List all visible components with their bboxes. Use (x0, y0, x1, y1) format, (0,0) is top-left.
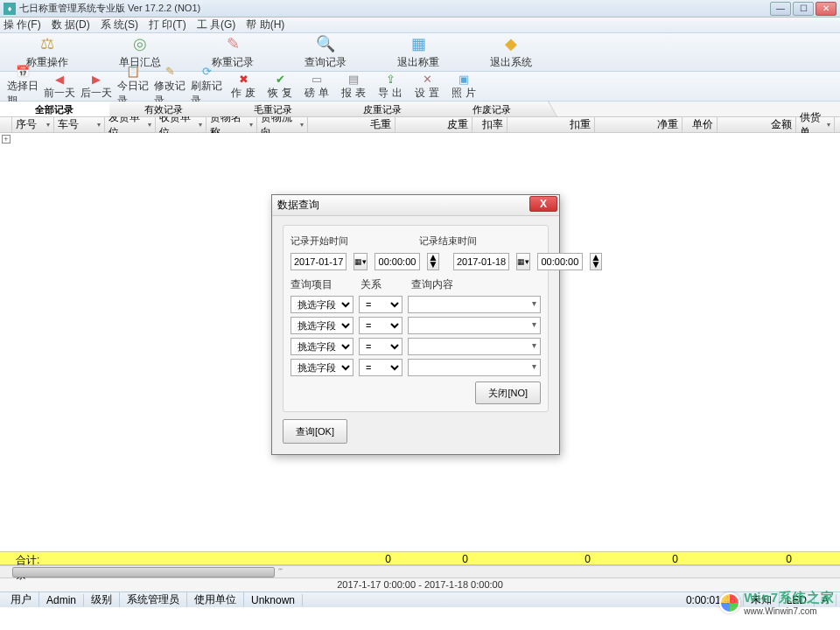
tab[interactable]: 作废记录 (438, 102, 547, 116)
start-time-label: 记录开始时间 (290, 235, 348, 246)
toolbar-icon: ▦ (409, 34, 428, 53)
menu-item[interactable]: 帮 助(H) (246, 18, 284, 32)
query-relation-select[interactable]: = (359, 296, 402, 313)
watermark-url: www.Winwin7.com (744, 606, 835, 616)
column-header[interactable]: 毛重 (308, 117, 396, 132)
column-header[interactable]: 货物流向▾ (257, 117, 308, 132)
start-date-input[interactable] (290, 253, 346, 270)
column-header[interactable]: 单价 (682, 117, 718, 132)
menu-item[interactable]: 工 具(G) (197, 18, 236, 32)
toolbar-button[interactable]: ◆退出系统 (490, 34, 532, 70)
column-header[interactable]: 收货单位▾ (156, 117, 206, 132)
dialog-titlebar[interactable]: 数据查询 X (272, 195, 559, 216)
subtoolbar-button[interactable]: ◀前一天 (44, 72, 75, 101)
start-time-spinner[interactable]: ▲▼ (427, 253, 439, 270)
query-field-select[interactable]: 挑选字段 (290, 296, 354, 313)
horizontal-scrollbar[interactable]: ‴ (0, 565, 840, 578)
status-led: LED (780, 594, 815, 606)
toolbar-button[interactable]: 🔍查询记录 (304, 34, 346, 70)
totals-cell: 0 (508, 552, 595, 564)
end-time-spinner[interactable]: ▲▼ (590, 253, 602, 270)
column-header[interactable]: 供货单▾ (796, 117, 835, 132)
query-dialog: 数据查询 X 记录开始时间 记录结束时间 ▦▾ ▲▼ ▦▾ (271, 194, 560, 455)
status-a: A (815, 594, 836, 606)
subtoolbar-icon: ⇪ (383, 72, 397, 86)
subtoolbar-icon: ✔ (273, 72, 287, 86)
query-field-select[interactable]: 挑选字段 (290, 317, 354, 334)
menu-item[interactable]: 数 据(D) (52, 18, 90, 32)
subtoolbar-icon: ▤ (346, 72, 360, 86)
column-header[interactable]: 金额 (718, 117, 796, 132)
expand-icon[interactable]: + (2, 135, 10, 144)
totals-cell (105, 552, 156, 564)
query-field-select[interactable]: 挑选字段 (290, 338, 354, 355)
sub-toolbar: 📅选择日期◀前一天▶后一天📋今日记录✎修改记录⟳刷新记录✖作 废✔恢 复▭磅 单… (0, 72, 840, 102)
column-relation-label: 关系 (360, 277, 404, 292)
column-header[interactable]: 序号▾ (12, 117, 54, 132)
column-header[interactable]: 车号▾ (54, 117, 105, 132)
menu-item[interactable]: 打 印(T) (149, 18, 186, 32)
query-content-combo[interactable] (408, 338, 541, 355)
end-date-input[interactable] (453, 253, 509, 270)
column-header[interactable]: 发货单位▾ (105, 117, 156, 132)
start-time-input[interactable] (374, 253, 420, 270)
tab[interactable]: 全部记录 (0, 102, 109, 116)
subtoolbar-icon: 📅 (16, 65, 30, 79)
subtoolbar-icon: ✖ (236, 72, 250, 86)
status-unit-label: 使用单位 (187, 592, 244, 607)
totals-cell (796, 552, 835, 564)
totals-cell (257, 552, 308, 564)
column-header[interactable]: 扣率 (472, 117, 508, 132)
start-date-picker-icon[interactable]: ▦▾ (354, 253, 368, 270)
menu-item[interactable]: 操 作(F) (4, 18, 41, 32)
end-time-input[interactable] (537, 253, 583, 270)
subtoolbar-button[interactable]: ▤报 表 (338, 72, 369, 101)
dialog-query-ok-button[interactable]: 查询[OK] (283, 419, 347, 444)
date-range-label: 2017-1-17 0:00:00 - 2017-1-18 0:00:00 (0, 578, 840, 592)
subtoolbar-button[interactable]: ✔恢 复 (264, 72, 296, 101)
dialog-close-button[interactable]: X (529, 196, 557, 212)
query-relation-select[interactable]: = (359, 317, 402, 334)
subtoolbar-button[interactable]: ▣照 片 (448, 72, 480, 101)
status-user-label: 用户 (4, 592, 39, 607)
maximize-button[interactable]: ☐ (793, 2, 814, 16)
column-header[interactable]: 皮重 (396, 117, 472, 132)
column-header[interactable]: 扣重 (508, 117, 595, 132)
subtoolbar-button[interactable]: ⇪导 出 (374, 72, 406, 101)
query-content-combo[interactable] (408, 359, 541, 376)
query-content-combo[interactable] (408, 296, 541, 313)
toolbar-button[interactable]: ▦退出称重 (397, 34, 439, 70)
menu-item[interactable]: 系 统(S) (101, 18, 138, 32)
dialog-close-no-button[interactable]: 关闭[NO] (475, 382, 541, 404)
subtoolbar-icon: ▭ (310, 72, 324, 86)
minimize-button[interactable]: — (770, 2, 791, 16)
subtoolbar-button[interactable]: ✖作 废 (228, 72, 259, 101)
totals-cell: 合计: 条 (12, 552, 54, 564)
totals-cell (156, 552, 206, 564)
status-user: Admin (39, 594, 84, 606)
subtoolbar-button[interactable]: ▭磅 单 (301, 72, 332, 101)
subtoolbar-button[interactable]: ▶后一天 (80, 72, 112, 101)
totals-cell: 0 (595, 552, 682, 564)
tab[interactable]: 有效记录 (109, 102, 219, 116)
query-content-combo[interactable] (408, 317, 541, 334)
toolbar-label: 查询记录 (304, 55, 346, 70)
subtoolbar-button[interactable]: ✕设 置 (411, 72, 443, 101)
end-date-picker-icon[interactable]: ▦▾ (516, 253, 530, 270)
subtoolbar-label: 照 片 (452, 86, 475, 101)
query-field-select[interactable]: 挑选字段 (290, 359, 354, 376)
column-header[interactable]: 货物名称▾ (206, 117, 257, 132)
query-relation-select[interactable]: = (359, 359, 402, 376)
column-header[interactable]: 净重 (595, 117, 682, 132)
totals-cell (54, 552, 105, 564)
tab[interactable]: 皮重记录 (328, 102, 438, 116)
app-icon: ♦ (4, 3, 16, 15)
scrollbar-thumb[interactable] (12, 567, 275, 578)
subtoolbar-label: 后一天 (80, 86, 112, 101)
tab[interactable]: 毛重记录 (219, 102, 328, 116)
close-button[interactable]: ✕ (816, 2, 836, 16)
toolbar-label: 退出称重 (397, 55, 439, 70)
query-relation-select[interactable]: = (359, 338, 402, 355)
column-content-label: 查询内容 (411, 277, 541, 292)
subtoolbar-label: 前一天 (44, 86, 75, 101)
